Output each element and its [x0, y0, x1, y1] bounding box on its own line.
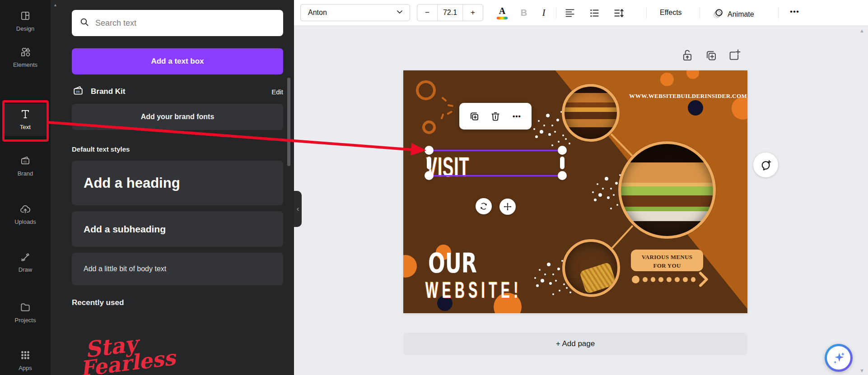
selection-handle-top-right[interactable] — [558, 146, 567, 155]
burger-photo-top[interactable] — [562, 84, 620, 142]
italic-button[interactable]: I — [536, 4, 551, 22]
sidebar-item-label: Brand — [18, 170, 33, 177]
default-text-styles-label: Default text styles — [72, 145, 130, 153]
burger-fries-photo[interactable] — [562, 239, 620, 297]
text-align-button[interactable] — [564, 7, 576, 19]
move-handle[interactable] — [499, 199, 516, 215]
sidebar-item-elements[interactable]: Elements — [0, 46, 51, 68]
rainbow-color-bar — [497, 17, 508, 19]
animate-button[interactable]: Animate — [709, 5, 758, 24]
sidebar-item-label: Apps — [19, 365, 32, 371]
duplicate-page-icon[interactable] — [704, 48, 718, 63]
rotate-handle[interactable] — [476, 198, 492, 214]
element-floating-toolbar: ••• — [459, 103, 532, 130]
svg-text:co.: co. — [23, 160, 28, 163]
sidebar-item-uploads[interactable]: Uploads — [0, 203, 51, 225]
chalk-circle — [416, 80, 436, 100]
bold-button[interactable]: B — [516, 4, 532, 22]
search-input[interactable] — [95, 19, 276, 28]
sidebar-item-brand[interactable]: co. Brand — [0, 155, 51, 177]
rotate-icon — [479, 202, 488, 211]
delete-element-button[interactable] — [489, 110, 502, 123]
search-box[interactable] — [72, 10, 283, 36]
sidebar-item-label: Projects — [15, 317, 36, 324]
brand-kit-icon: co. — [72, 84, 84, 99]
menus-badge[interactable]: VARIOUS MENUS FOR YOU — [631, 250, 703, 271]
sidebar: Design Elements Text co. Brand Uploads D… — [0, 0, 51, 375]
text-color-button[interactable]: A — [494, 4, 510, 22]
selection-handle-bottom-right[interactable] — [558, 171, 567, 180]
apps-grid-icon — [19, 349, 31, 362]
animate-label: Animate — [728, 10, 754, 19]
spark-ray — [440, 113, 444, 120]
sidebar-item-label: Uploads — [14, 218, 36, 225]
panel-scroll-up-icon[interactable]: ▲ — [53, 3, 57, 7]
headline-our[interactable]: OUR — [428, 250, 477, 277]
brand-icon: co. — [19, 155, 31, 168]
dotted-arrow — [632, 273, 709, 286]
add-text-box-button[interactable]: Add a text box — [72, 48, 283, 74]
badge-line2: FOR YOU — [631, 262, 703, 270]
sidebar-item-projects[interactable]: Projects — [0, 301, 51, 324]
duplicate-element-button[interactable] — [467, 110, 481, 123]
spark-ray — [447, 111, 453, 115]
toolbar-more-button[interactable]: ••• — [786, 4, 803, 20]
recently-used-text-preview[interactable]: Stay Fearless — [84, 326, 177, 375]
effects-button[interactable]: Effects — [655, 6, 686, 19]
toolbar-separator — [700, 7, 700, 19]
toolbar-separator — [646, 7, 647, 19]
selection-handle-left[interactable] — [427, 157, 431, 169]
page-controls — [681, 48, 741, 63]
website-url-text[interactable]: WWW.WEBSITEBUILDERINSIDER.COM — [629, 93, 742, 100]
burger-photo-large[interactable] — [618, 141, 716, 239]
selection-handle-right[interactable] — [560, 157, 565, 169]
animate-icon — [712, 8, 724, 21]
connector-line — [611, 225, 633, 250]
selection-handle-bottom-left[interactable] — [425, 171, 434, 180]
font-family-select[interactable]: Anton — [300, 4, 410, 21]
recently-used-label: Recently used — [72, 298, 124, 307]
toolbar-separator — [556, 7, 556, 19]
brand-kit-edit-link[interactable]: Edit — [271, 88, 283, 96]
list-button[interactable] — [588, 7, 600, 19]
sidebar-item-draw[interactable]: Draw — [0, 251, 51, 273]
brand-kit-title: Brand Kit — [91, 87, 126, 96]
add-subheading-card[interactable]: Add a subheading — [72, 211, 283, 247]
spark-ray — [448, 104, 453, 107]
chalk-circle — [422, 120, 436, 134]
text-format-toolbar: Anton − 72.1 + A B I Effects An — [294, 0, 868, 26]
sparkle-icon — [827, 346, 850, 370]
element-more-button[interactable]: ••• — [510, 110, 524, 123]
panel-collapse-tab[interactable]: ‹ — [294, 191, 302, 227]
elements-icon — [19, 46, 31, 59]
design-page[interactable]: WWW.WEBSITEBUILDERINSIDER.COM VISIT OUR … — [403, 70, 747, 313]
panel-scrollbar[interactable] — [287, 78, 290, 166]
font-size-stepper: − 72.1 + — [417, 4, 483, 21]
brand-kit-row: co. Brand Kit Edit — [72, 84, 283, 99]
selection-border-bottom — [429, 175, 562, 176]
line-spacing-button[interactable] — [613, 7, 625, 19]
sidebar-item-label: Design — [16, 25, 34, 32]
font-size-decrease-button[interactable]: − — [417, 5, 438, 21]
canvas-scroll-down-icon[interactable]: ▼ — [859, 368, 864, 373]
folder-icon — [19, 301, 31, 315]
add-body-text-card[interactable]: Add a little bit of body text — [72, 253, 283, 285]
add-comment-button[interactable] — [753, 153, 778, 177]
sidebar-item-apps[interactable]: Apps — [0, 349, 51, 371]
sidebar-item-design[interactable]: Design — [0, 10, 51, 32]
font-size-increase-button[interactable]: + — [462, 5, 483, 21]
canva-assistant-button[interactable] — [825, 344, 853, 372]
add-page-icon[interactable] — [728, 48, 741, 63]
orange-dot — [403, 255, 417, 278]
toolbar-separator — [778, 7, 779, 19]
editor-main: Anton − 72.1 + A B I Effects An — [294, 0, 868, 375]
headline-website[interactable]: WEBSITE! — [425, 279, 522, 301]
search-icon — [79, 17, 90, 29]
font-size-value[interactable]: 72.1 — [438, 5, 462, 21]
spark-ray — [441, 97, 447, 102]
add-page-button[interactable]: + Add page — [403, 333, 747, 355]
unlock-icon[interactable] — [681, 48, 694, 63]
add-heading-card[interactable]: Add a heading — [72, 161, 283, 205]
sidebar-item-text[interactable]: Text — [5, 104, 46, 136]
canvas-scroll-up-icon[interactable]: ▲ — [859, 28, 864, 33]
